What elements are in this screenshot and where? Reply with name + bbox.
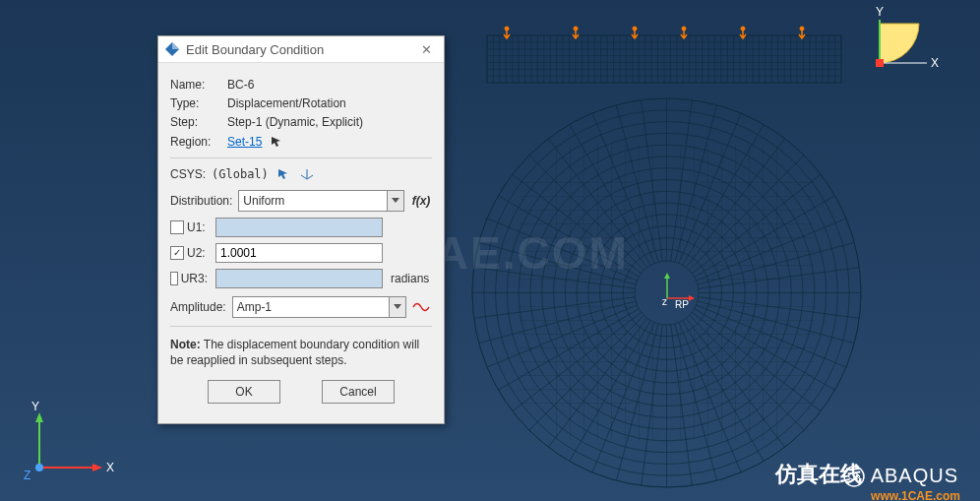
svg-marker-223 (394, 304, 401, 309)
dialog-title: Edit Boundary Condition (180, 42, 414, 57)
axis-z-label: Z (24, 469, 31, 482)
chevron-down-icon (387, 191, 403, 211)
distribution-value: Uniform (243, 194, 284, 208)
note-text: Note: The displacement boundary conditio… (170, 337, 432, 368)
amplitude-curve-icon[interactable] (412, 299, 432, 315)
dialog-titlebar[interactable]: Edit Boundary Condition ✕ (158, 36, 444, 63)
svg-line-114 (487, 219, 637, 281)
csys-label: CSYS: (170, 167, 206, 181)
name-label: Name: (170, 78, 227, 92)
dof-label: UR3: (181, 272, 208, 285)
distribution-select[interactable]: Uniform (238, 190, 404, 212)
svg-line-96 (679, 323, 741, 472)
axis-x-label: X (106, 461, 114, 474)
svg-point-70 (741, 27, 745, 31)
abaqus-viewport: z RP X Y Z Y X 1CAE.COM ABAQUS 仿真在线 www.… (0, 0, 980, 501)
type-label: Type: (170, 96, 227, 110)
svg-line-120 (592, 113, 654, 263)
svg-rect-213 (876, 59, 884, 67)
svg-line-105 (529, 315, 644, 430)
chevron-down-icon (389, 297, 405, 317)
svg-point-67 (574, 27, 578, 31)
svg-point-71 (800, 27, 804, 31)
dof-input[interactable] (215, 269, 383, 288)
close-icon[interactable]: ✕ (414, 42, 438, 57)
mesh-bar (487, 35, 841, 83)
svg-line-90 (697, 305, 846, 367)
svg-marker-222 (392, 198, 399, 203)
svg-marker-203 (664, 273, 670, 279)
dof-checkbox[interactable] (170, 272, 178, 285)
triad-global: X Y Z (22, 410, 120, 489)
svg-line-108 (487, 305, 637, 367)
ok-button[interactable]: OK (208, 380, 280, 404)
region-label: Region: (170, 135, 227, 149)
region-link[interactable]: Set-15 (227, 135, 262, 149)
dof-input[interactable] (215, 218, 383, 237)
dof-label: U1: (187, 220, 206, 234)
amplitude-select[interactable]: Amp-1 (232, 296, 406, 318)
dof-checkbox[interactable]: ✓ (170, 246, 184, 260)
svg-line-129 (689, 156, 804, 271)
svg-marker-209 (35, 412, 43, 422)
svg-line-117 (529, 156, 644, 271)
name-value: BC-6 (227, 78, 254, 92)
dof-label: U2: (187, 246, 206, 260)
svg-text:z: z (662, 296, 667, 307)
svg-line-93 (689, 315, 804, 430)
svg-line-221 (301, 175, 307, 179)
amplitude-label: Amplitude: (170, 300, 226, 314)
edit-bc-dialog: Edit Boundary Condition ✕ Name:BC-6 Type… (157, 35, 445, 424)
svg-point-68 (633, 27, 637, 31)
amplitude-value: Amp-1 (237, 300, 272, 314)
svg-marker-201 (689, 295, 695, 301)
brand-cn: 仿真在线 (775, 460, 862, 489)
svg-point-210 (35, 464, 43, 471)
step-value: Step-1 (Dynamic, Explicit) (227, 115, 363, 129)
csys-value: (Global) (212, 167, 269, 181)
abaqus-app-icon (164, 41, 180, 57)
dof-unit: radians (391, 272, 432, 285)
svg-text:Y: Y (876, 5, 884, 19)
axis-y-label: Y (31, 400, 39, 413)
dof-input[interactable] (215, 243, 383, 263)
svg-marker-218 (172, 42, 179, 49)
triad-center: z RP (649, 271, 708, 320)
type-value: Displacement/Rotation (227, 96, 346, 110)
svg-line-102 (592, 323, 654, 472)
svg-point-66 (505, 27, 509, 31)
datum-indicator: Y X (872, 14, 941, 83)
step-label: Step: (170, 115, 227, 129)
svg-line-220 (307, 175, 313, 179)
cancel-button[interactable]: Cancel (322, 380, 395, 404)
svg-point-69 (682, 27, 686, 31)
svg-text:RP: RP (675, 299, 689, 310)
svg-line-126 (679, 113, 741, 263)
distribution-label: Distribution: (170, 194, 232, 208)
svg-text:X: X (931, 56, 939, 70)
fx-icon[interactable]: f(x) (410, 194, 432, 208)
svg-line-132 (697, 219, 846, 281)
brand-url: www.1CAE.com (871, 489, 960, 501)
svg-marker-207 (92, 464, 102, 471)
pick-region-icon[interactable] (268, 134, 285, 150)
dof-checkbox[interactable] (170, 220, 184, 234)
csys-axes-icon[interactable] (298, 166, 316, 182)
csys-pick-icon[interactable] (275, 166, 292, 182)
